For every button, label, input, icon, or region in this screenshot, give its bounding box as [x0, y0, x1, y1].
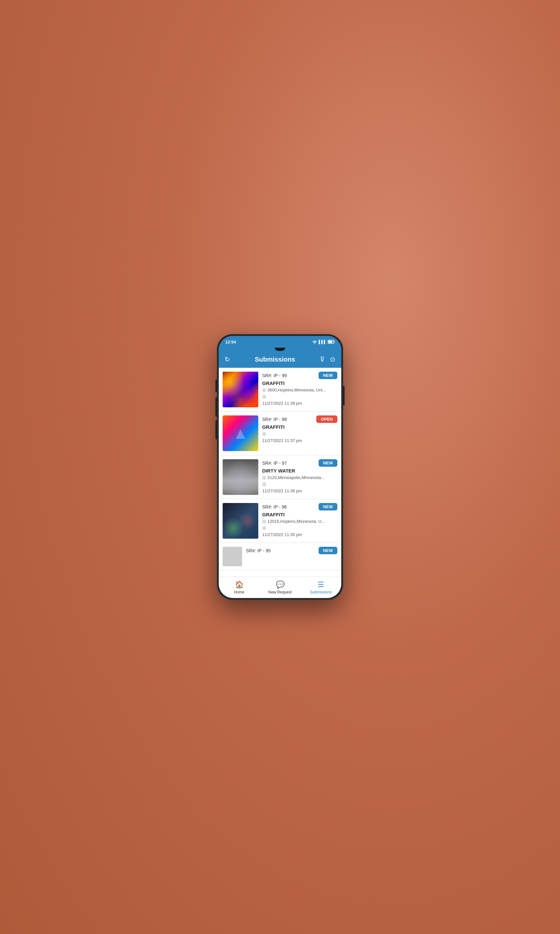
header-action-icons: ⊽ ⊙ [320, 355, 335, 363]
submission-thumbnail [223, 503, 258, 539]
timestamp: 11/27/2022 11:35 pm [262, 532, 337, 537]
submission-item[interactable]: SR#: IP - 96 NEW GRAFFITI ◎ 12015,Hopkin… [219, 499, 341, 543]
notch-area [219, 348, 341, 351]
phone-screen: 12:54 ▌▌▌ ↻ Submissi [219, 336, 341, 598]
message-icon: 💬 [276, 581, 285, 589]
signal-icon: ▌▌▌ [319, 340, 326, 344]
submissions-list: SR#: IP - 99 NEW GRAFFITI ◎ 3600,Hopkins… [219, 368, 341, 576]
submission-header: SR#: IP - 97 NEW [262, 459, 337, 467]
home-icon: 🏠 [235, 581, 244, 589]
nav-home-label: Home [234, 590, 245, 595]
svg-rect-1 [334, 341, 335, 343]
status-time: 12:54 [225, 339, 236, 344]
submission-details: SR#: IP - 99 NEW GRAFFITI ◎ 3600,Hopkins… [262, 371, 341, 407]
wifi-icon [312, 339, 318, 344]
sr-number: SR#: IP - 95 [246, 548, 271, 553]
address-text: 3600,Hopkins,Minnesota, Uni... [268, 388, 326, 392]
status-badge: NEW [318, 503, 337, 510]
sr-number: SR#: IP - 99 [262, 373, 287, 378]
nav-submissions-label: Submissions [310, 590, 332, 595]
status-badge: NEW [318, 459, 337, 467]
submission-thumbnail [223, 459, 258, 495]
location-pin-icon: ◎ [262, 519, 266, 524]
submission-item[interactable]: SR#: IP - 97 NEW DIRTY WATER ◎ 2120,Minn… [219, 455, 341, 499]
submission-thumbnail [223, 547, 242, 566]
svg-rect-2 [328, 341, 332, 343]
submission-header: SR#: IP - 96 NEW [262, 503, 337, 510]
volume-up-button [215, 379, 217, 392]
timestamp: 11/27/2022 11:37 pm [262, 438, 337, 443]
submission-details: SR#: IP - 96 NEW GRAFFITI ◎ 12015,Hopkin… [262, 503, 341, 539]
location-dot-icon: ◎ [262, 394, 266, 399]
location-dot-icon: ◎ [262, 481, 266, 487]
silent-button [215, 420, 217, 439]
list-icon: ☰ [318, 581, 324, 589]
refresh-icon[interactable]: ↻ [225, 355, 230, 363]
submission-details: SR#: IP - 95 NEW [246, 547, 341, 566]
timestamp: 11/27/2022 11:39 pm [262, 401, 337, 406]
camera-notch [275, 348, 285, 351]
location-row: ◎ [262, 431, 337, 436]
sr-number: SR#: IP - 97 [262, 461, 287, 466]
map-pin-icon[interactable]: ⊙ [330, 355, 335, 363]
location-pin-icon: ◎ [262, 431, 266, 436]
timestamp: 11/27/2022 11:36 pm [262, 489, 337, 493]
nav-submissions[interactable]: ☰ Submissions [300, 581, 341, 595]
sr-number: SR#: IP - 98 [262, 417, 287, 422]
phone-frame: 12:54 ▌▌▌ ↻ Submissi [217, 334, 343, 600]
status-badge: OPEN [316, 415, 337, 423]
bottom-navigation: 🏠 Home 💬 New Request ☰ Submissions [219, 576, 341, 598]
status-badge: NEW [318, 547, 337, 554]
nav-new-request-label: New Request [268, 590, 292, 595]
category-title: GRAFFITI [262, 424, 337, 430]
filter-icon[interactable]: ⊽ [320, 355, 325, 363]
status-badge: NEW [318, 371, 337, 379]
status-bar: 12:54 ▌▌▌ [219, 336, 341, 348]
location-row: ◎ 3600,Hopkins,Minnesota, Uni... [262, 387, 337, 392]
nav-new-request[interactable]: 💬 New Request [260, 581, 300, 595]
nav-home[interactable]: 🏠 Home [219, 581, 260, 595]
submission-header: SR#: IP - 99 NEW [262, 371, 337, 379]
category-title: GRAFFITI [262, 381, 337, 386]
secondary-location-row: ◎ [262, 394, 337, 399]
power-button [343, 386, 345, 405]
location-pin-icon: ◎ [262, 387, 266, 392]
location-pin-icon: ◎ [262, 475, 266, 480]
address-text: 12015,Hopkins,Minnesota, U... [268, 519, 325, 524]
volume-down-button [215, 397, 217, 417]
battery-icon [328, 340, 335, 344]
page-title: Submissions [255, 356, 295, 363]
secondary-location-row: ◎ [262, 481, 337, 487]
submission-item[interactable]: SR#: IP - 95 NEW [219, 543, 341, 570]
sr-number: SR#: IP - 96 [262, 504, 287, 510]
app-header: ↻ Submissions ⊽ ⊙ [219, 351, 341, 368]
submission-header: SR#: IP - 95 NEW [246, 547, 337, 554]
location-row: ◎ 2120,Minneapolis,Minnesota... [262, 475, 337, 480]
location-row: ◎ 12015,Hopkins,Minnesota, U... [262, 519, 337, 524]
location-dot-icon: ◎ [262, 525, 266, 530]
status-icons: ▌▌▌ [312, 339, 335, 344]
submission-details: SR#: IP - 98 OPEN GRAFFITI ◎ 11/27/2022 … [262, 415, 341, 451]
submission-item[interactable]: SR#: IP - 99 NEW GRAFFITI ◎ 3600,Hopkins… [219, 368, 341, 412]
secondary-location-row: ◎ [262, 525, 337, 530]
submission-thumbnail [223, 415, 258, 451]
category-title: DIRTY WATER [262, 468, 337, 473]
submission-thumbnail [223, 371, 258, 407]
submission-details: SR#: IP - 97 NEW DIRTY WATER ◎ 2120,Minn… [262, 459, 341, 495]
category-title: GRAFFITI [262, 512, 337, 517]
address-text: 2120,Minneapolis,Minnesota... [268, 475, 325, 480]
submission-item[interactable]: SR#: IP - 98 OPEN GRAFFITI ◎ 11/27/2022 … [219, 412, 341, 455]
submission-header: SR#: IP - 98 OPEN [262, 415, 337, 423]
